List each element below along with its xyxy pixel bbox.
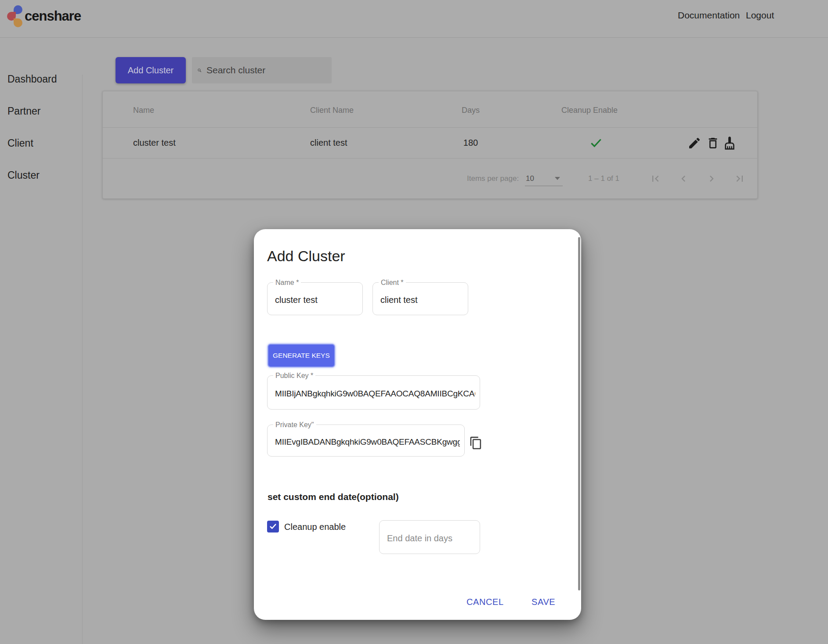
censhare-logo: censhare — [7, 5, 81, 28]
search-icon — [197, 65, 202, 76]
first-page-button[interactable] — [649, 173, 662, 185]
copy-icon — [469, 435, 483, 451]
cluster-table: Name Client Name Days Cleanup Enable clu… — [102, 91, 758, 199]
cleanup-enable-checkbox[interactable] — [267, 521, 279, 532]
private-key-field: Private Key" — [267, 425, 465, 457]
app-root: censhare Documentation Logout Dashboard … — [0, 0, 828, 644]
column-header-cleanup-enable: Cleanup Enable — [561, 106, 618, 115]
paginator-range-label: 1 – 1 of 1 — [588, 174, 619, 183]
table-row[interactable]: cluster test client test 180 — [103, 128, 757, 158]
sidebar-item-cluster[interactable]: Cluster — [7, 169, 40, 181]
name-field: Name * — [267, 282, 363, 315]
public-key-input[interactable] — [274, 378, 476, 409]
add-cluster-button[interactable]: Add Cluster — [116, 57, 186, 83]
name-input[interactable] — [274, 285, 359, 315]
public-key-field: Public Key * — [267, 375, 480, 410]
top-bar: censhare Documentation Logout — [0, 0, 828, 38]
client-field: Client * — [372, 282, 468, 315]
dropdown-caret-icon — [555, 177, 560, 180]
custom-end-date-heading: set custom end date(optional) — [268, 492, 399, 502]
sidebar-item-partner[interactable]: Partner — [7, 105, 40, 117]
copy-private-key-button[interactable] — [468, 435, 484, 452]
cleanup-row-button[interactable] — [723, 136, 737, 150]
logout-link[interactable]: Logout — [746, 10, 774, 21]
next-page-button[interactable] — [705, 173, 718, 185]
items-per-page-value: 10 — [526, 174, 534, 183]
brand-name: censhare — [25, 8, 81, 24]
private-key-input[interactable] — [274, 428, 461, 456]
cleanup-enabled-check-icon — [589, 136, 603, 149]
sidebar-divider — [82, 75, 83, 644]
last-page-icon — [734, 173, 746, 185]
client-input[interactable] — [380, 285, 464, 315]
broom-icon — [723, 136, 737, 150]
dialog-scrollbar-thumb[interactable] — [578, 237, 580, 590]
sidebar-item-client[interactable]: Client — [7, 137, 33, 149]
logo-petal-orange — [14, 18, 22, 27]
sidebar-item-dashboard[interactable]: Dashboard — [7, 73, 57, 85]
documentation-link[interactable]: Documentation — [678, 10, 740, 21]
save-button[interactable]: SAVE — [532, 597, 555, 607]
cell-client-name: client test — [310, 138, 347, 148]
end-date-field — [379, 520, 480, 554]
cancel-button[interactable]: CANCEL — [466, 597, 504, 607]
search-cluster-input[interactable] — [206, 65, 326, 76]
cell-days: 180 — [454, 138, 487, 148]
previous-page-button[interactable] — [677, 173, 690, 185]
generate-keys-button[interactable]: GENERATE KEYS — [268, 344, 335, 367]
cleanup-enable-label: Cleanup enable — [284, 522, 346, 532]
dialog-title: Add Cluster — [267, 248, 345, 265]
column-header-client-name: Client Name — [310, 106, 354, 115]
censhare-logo-icon — [7, 5, 23, 28]
cell-name: cluster test — [133, 138, 176, 148]
chevron-left-icon — [677, 173, 690, 185]
table-header-row: Name Client Name Days Cleanup Enable — [103, 91, 757, 128]
checkbox-check-icon — [269, 523, 277, 530]
first-page-icon — [649, 173, 662, 185]
edit-row-button[interactable] — [687, 136, 701, 150]
items-per-page-select[interactable]: 10 — [525, 171, 563, 186]
table-paginator: Items per page: 10 1 – 1 of 1 — [103, 159, 757, 198]
search-cluster-box[interactable] — [192, 57, 332, 83]
end-date-input[interactable] — [386, 523, 476, 554]
trash-icon — [706, 136, 720, 150]
pencil-icon — [687, 136, 701, 150]
chevron-right-icon — [705, 173, 718, 185]
column-header-days: Days — [454, 106, 487, 115]
last-page-button[interactable] — [734, 173, 746, 185]
items-per-page-label: Items per page: — [467, 174, 519, 183]
column-header-name: Name — [133, 106, 154, 115]
delete-row-button[interactable] — [706, 136, 720, 150]
add-cluster-dialog: Add Cluster Name * Client * GENERATE KEY… — [254, 229, 581, 620]
